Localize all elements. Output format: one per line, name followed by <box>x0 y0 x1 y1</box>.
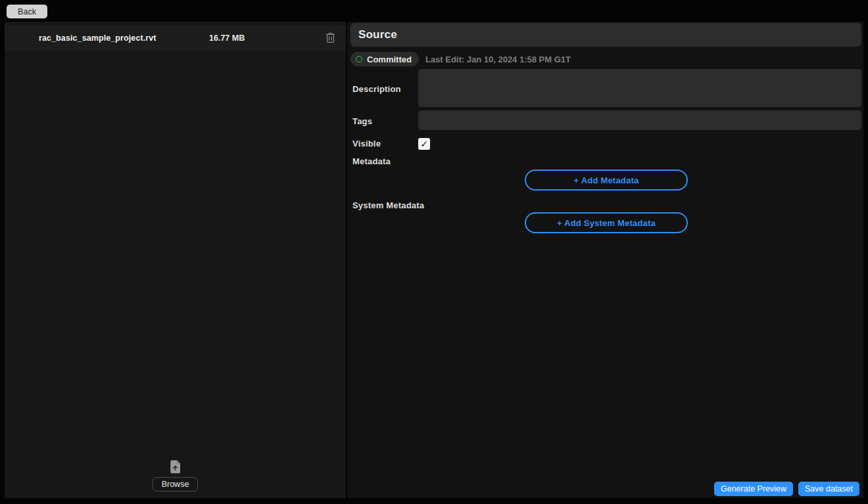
upload-file-icon <box>170 460 181 474</box>
description-field[interactable] <box>418 69 861 107</box>
add-metadata-button[interactable]: + Add Metadata <box>525 170 688 191</box>
source-title: Source <box>350 23 861 47</box>
browse-area: Browse <box>5 460 346 492</box>
file-name: rac_basic_sample_project.rvt <box>39 34 157 43</box>
status-badge: Committed <box>350 52 419 66</box>
status-circle-icon <box>356 56 362 62</box>
file-row[interactable]: rac_basic_sample_project.rvt 16.77 MB <box>5 25 346 51</box>
file-size: 16.77 MB <box>209 34 245 43</box>
trash-icon <box>326 32 335 43</box>
visible-label: Visible <box>352 139 381 149</box>
last-edit-text: Last Edit: Jan 10, 2024 1:58 PM G1T <box>425 55 571 64</box>
delete-file-button[interactable] <box>324 32 337 45</box>
check-icon: ✓ <box>420 139 428 149</box>
tags-label: Tags <box>352 116 372 126</box>
tags-field[interactable] <box>418 110 861 130</box>
source-form-panel: Source Committed Last Edit: Jan 10, 2024… <box>347 22 863 498</box>
add-system-metadata-button[interactable]: + Add System Metadata <box>525 212 688 233</box>
system-metadata-label: System Metadata <box>352 200 424 210</box>
description-label: Description <box>352 84 401 94</box>
status-row: Committed Last Edit: Jan 10, 2024 1:58 P… <box>350 52 571 66</box>
generate-preview-button[interactable]: Generate Preview <box>714 482 793 496</box>
metadata-label: Metadata <box>352 156 391 166</box>
status-badge-label: Committed <box>367 55 412 64</box>
save-dataset-button[interactable]: Save dataset <box>798 482 859 496</box>
browse-button[interactable]: Browse <box>153 477 199 492</box>
file-panel: rac_basic_sample_project.rvt 16.77 MB Br… <box>5 22 346 498</box>
back-button[interactable]: Back <box>7 5 47 18</box>
visible-checkbox[interactable]: ✓ <box>418 138 430 150</box>
footer-actions: Generate Preview Save dataset <box>714 482 859 496</box>
